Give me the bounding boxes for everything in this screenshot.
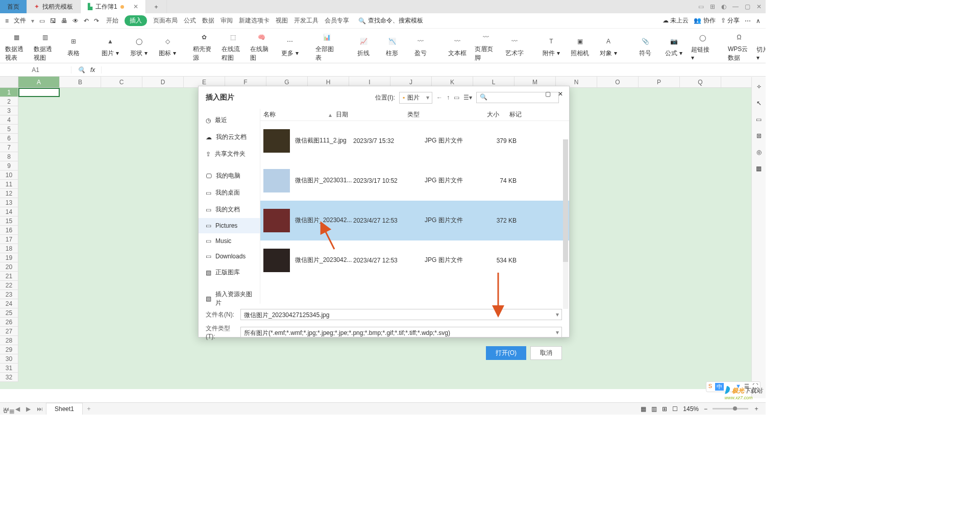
panel-icon[interactable]: ▦ [756, 165, 762, 172]
view-normal[interactable]: ▦ [641, 405, 646, 413]
print-icon[interactable]: 🖶 [61, 17, 67, 25]
fx-icon[interactable]: 🔍 fx [71, 66, 102, 74]
panel-icon[interactable]: ▭ [756, 116, 762, 123]
open-button[interactable]: 打开(O) [486, 346, 526, 360]
location-select[interactable]: ▪图片 [399, 92, 432, 104]
menu-tab[interactable]: 视图 [276, 16, 288, 25]
ribbon-页眉页脚[interactable]: 〰页眉页脚 [475, 32, 497, 62]
col-header[interactable]: A [18, 77, 60, 87]
row-header[interactable]: 32 [0, 373, 18, 382]
menu-tab[interactable]: 页面布局 [153, 16, 178, 25]
zoom-slider[interactable] [713, 408, 748, 409]
ribbon-数据透视图[interactable]: ▥数据透视图 [34, 32, 56, 62]
row-header[interactable]: 5 [0, 125, 18, 134]
col-tag[interactable]: 标记 [499, 110, 566, 119]
ribbon-形状[interactable]: ◯形状 ▾ [128, 36, 150, 58]
newfolder-icon[interactable]: ▭ [454, 94, 459, 101]
redo-icon[interactable]: ↷ [94, 17, 99, 25]
row-header[interactable]: 15 [0, 216, 18, 226]
row-header[interactable]: 30 [0, 354, 18, 364]
row-header[interactable]: 11 [0, 180, 18, 189]
sidebar-插入资源夹图片[interactable]: ▧插入资源夹图片 [199, 286, 260, 311]
hamburger-icon[interactable]: ≡ [5, 17, 9, 25]
tab-template[interactable]: ✦找稻壳模板 [27, 0, 81, 13]
layout-icon[interactable]: ▭ [698, 3, 704, 10]
row-header[interactable]: 7 [0, 143, 18, 152]
ribbon-WPS云数据[interactable]: ΩWPS云数据 [728, 32, 750, 62]
ribbon-在线脑图[interactable]: 🧠在线脑图 [250, 32, 273, 62]
menu-tab[interactable]: 开始 [106, 16, 118, 25]
tab-workbook[interactable]: ▙工作簿1✕ [81, 0, 146, 13]
save-icon[interactable]: 🖫 [50, 17, 56, 25]
apps-icon[interactable]: ⊞ [710, 3, 715, 10]
ribbon-全部图表[interactable]: 📊全部图表 [315, 32, 338, 62]
row-header[interactable]: 9 [0, 161, 18, 171]
more-icon[interactable]: ⋯ [745, 17, 751, 25]
close-tab[interactable]: ✕ [133, 3, 138, 10]
col-header[interactable]: C [101, 77, 142, 87]
ribbon-符号[interactable]: 📎符号 [634, 36, 656, 58]
sidebar-我的电脑[interactable]: 🖵我的电脑 [199, 167, 260, 184]
row-header[interactable]: 31 [0, 364, 18, 373]
file-row[interactable]: 微信图片_2023042...2023/4/27 12:53JPG 图片文件53… [260, 240, 569, 280]
row-header[interactable]: 26 [0, 318, 18, 327]
ribbon-文本框[interactable]: 〰文本框 [446, 36, 469, 58]
command-search[interactable]: 🔍 查找命令、搜索模板 [358, 16, 423, 25]
up-icon[interactable]: ↑ [447, 94, 450, 101]
row-header[interactable]: 12 [0, 189, 18, 198]
row-header[interactable]: 6 [0, 134, 18, 143]
sidebar-共享文件夹[interactable]: ⇪共享文件夹 [199, 146, 260, 162]
ribbon-照相机[interactable]: ▣照相机 [569, 36, 591, 58]
sidebar-Downloads[interactable]: ▭Downloads [199, 249, 260, 264]
row-header[interactable]: 24 [0, 299, 18, 308]
row-header[interactable]: 13 [0, 198, 18, 207]
sidebar-我的桌面[interactable]: ▭我的桌面 [199, 184, 260, 201]
row-header[interactable]: 17 [0, 235, 18, 244]
row-header[interactable]: 4 [0, 115, 18, 125]
view-break[interactable]: ☐ [672, 405, 678, 413]
row-header[interactable]: 20 [0, 262, 18, 272]
row-header[interactable]: 8 [0, 152, 18, 161]
new-tab[interactable]: ＋ [146, 0, 167, 13]
ribbon-数据透视表[interactable]: ▦数据透视表 [5, 32, 28, 62]
view-layout[interactable]: ⊞ [662, 405, 667, 413]
zoom-value[interactable]: 145% [683, 405, 699, 413]
ribbon-对象[interactable]: A对象 ▾ [597, 36, 620, 58]
row-header[interactable]: 2 [0, 97, 18, 106]
menu-tab[interactable]: 数据 [202, 16, 214, 25]
col-header[interactable]: Q [680, 77, 721, 87]
row-header[interactable]: 28 [0, 336, 18, 345]
maximize-icon[interactable]: ▢ [745, 3, 750, 10]
sidebar-正版图库[interactable]: ▧正版图库 [199, 264, 260, 281]
sidebar-最近[interactable]: ◷最近 [199, 112, 260, 129]
add-sheet[interactable]: ＋ [83, 404, 95, 413]
ribbon-艺术字[interactable]: 〰艺术字 [503, 36, 526, 58]
view-page[interactable]: ▥ [651, 405, 657, 413]
sidebar-我的文档[interactable]: ▭我的文档 [199, 201, 260, 218]
minimize-icon[interactable]: — [732, 3, 739, 10]
row-header[interactable]: 29 [0, 345, 18, 354]
panel-icon[interactable]: ◎ [756, 149, 762, 156]
share[interactable]: ⇪ 分享 [721, 16, 740, 25]
zoom-out[interactable]: − [704, 405, 707, 413]
menu-tab[interactable]: 审阅 [220, 16, 233, 25]
sidebar-Music[interactable]: ▭Music [199, 233, 260, 249]
row-header[interactable]: 23 [0, 290, 18, 299]
ribbon-盈亏[interactable]: 〰盈亏 [409, 36, 432, 58]
col-header[interactable]: O [597, 77, 639, 87]
ribbon-超链接[interactable]: ◯超链接 ▾ [691, 32, 714, 61]
sidebar-Pictures[interactable]: ▭Pictures [199, 218, 260, 233]
ribbon-图标[interactable]: ◇图标 ▾ [156, 36, 179, 58]
user-icon[interactable]: ◐ [721, 3, 726, 10]
sheet-nav-last[interactable]: ⏭ [34, 405, 46, 413]
file-row[interactable]: 微信图片_2023042...2023/4/27 12:53JPG 图片文件37… [260, 201, 569, 240]
filetype-select[interactable]: 所有图片(*.emf;*.wmf;*.jpg;*.jpeg;*.jpe;*.pn… [240, 327, 562, 338]
file-menu[interactable]: 文件 [14, 16, 26, 25]
row-header[interactable]: 1 [0, 88, 18, 97]
preview-icon[interactable]: 👁 [72, 17, 79, 25]
sheet-nav-next[interactable]: ▶ [23, 405, 34, 413]
cancel-button[interactable]: 取消 [530, 346, 562, 360]
panel-icon[interactable]: ↖ [756, 100, 762, 107]
panel-icon[interactable]: ⊞ [756, 132, 762, 139]
cloud-status[interactable]: ☁ 未上云 [663, 16, 689, 25]
